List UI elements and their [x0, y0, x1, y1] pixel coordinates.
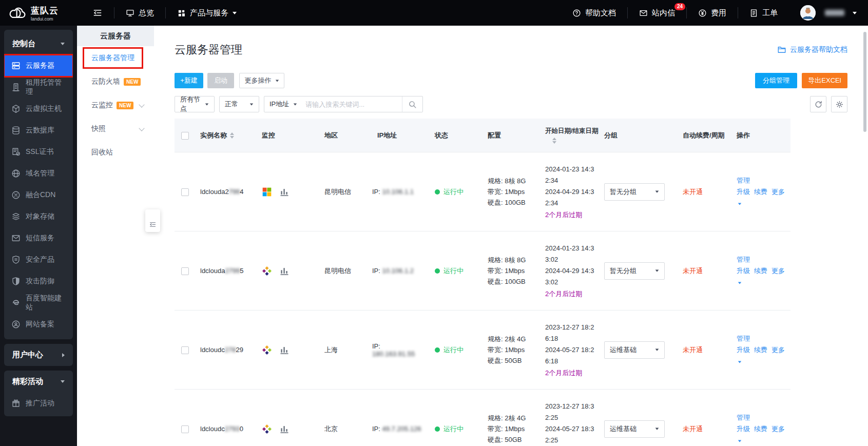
manage-link[interactable]: 管理 — [737, 335, 750, 342]
more-actions-button[interactable]: 更多操作 — [239, 73, 284, 88]
sidebar-item-shield[interactable]: 安全产品 — [4, 249, 73, 270]
manage-link[interactable]: 管理 — [737, 177, 750, 184]
submenu-item-3[interactable]: 快照 — [77, 117, 154, 141]
monitor-chart-icon[interactable] — [279, 187, 290, 197]
group-value: 运维基础 — [610, 345, 636, 355]
start-button[interactable]: 启动 — [207, 73, 234, 88]
sidebar-item-ssl[interactable]: SSL证书 — [4, 141, 73, 163]
auto-renew-status: 未开通 — [683, 425, 703, 433]
monitor-chart-icon[interactable] — [279, 266, 290, 276]
search-combo: IP地址 — [264, 96, 423, 112]
submenu-item-1[interactable]: 云防火墙NEW — [77, 70, 154, 93]
refresh-button[interactable] — [810, 96, 826, 112]
renew-link[interactable]: 续费 — [754, 425, 767, 433]
chevron-right-icon — [62, 353, 65, 357]
sidebar-item-record[interactable]: 网站备案 — [4, 314, 73, 335]
group-select[interactable]: 运维基础 — [604, 420, 665, 438]
ip-address: IP: 10.106.1.2 — [367, 267, 423, 275]
chevron-down-icon — [738, 203, 741, 205]
sidebar-item-shield-half[interactable]: 攻击防御 — [4, 270, 73, 292]
sort-date-icon[interactable] — [552, 138, 556, 144]
tickets[interactable]: 工单 — [738, 0, 789, 26]
user-menu[interactable] — [789, 0, 857, 26]
submenu-item-4[interactable]: 回收站 — [77, 141, 154, 164]
select-all-checkbox[interactable] — [181, 132, 189, 140]
upgrade-link[interactable]: 升级 — [737, 188, 750, 196]
renew-link[interactable]: 续费 — [754, 346, 767, 354]
renew-link[interactable]: 续费 — [754, 267, 767, 275]
row-checkbox[interactable] — [181, 425, 189, 433]
table-row: ldclouda27995昆明电信IP: 10.106.1.2运行中规格: 8核… — [175, 231, 790, 311]
mail-icon — [11, 234, 21, 243]
upgrade-link[interactable]: 升级 — [737, 425, 750, 433]
col-header-region: 地区 — [313, 131, 367, 140]
sidebar-console-header[interactable]: 控制台 — [4, 32, 73, 55]
search-button[interactable] — [402, 96, 422, 112]
centos-os-icon — [262, 345, 272, 355]
row-checkbox[interactable] — [181, 267, 189, 275]
monitor-chart-icon[interactable] — [279, 424, 290, 434]
status-filter-select[interactable]: 正常 — [219, 96, 259, 112]
sidebar-collapse-icon[interactable] — [92, 8, 103, 18]
ip-address: IP: 49.7.205.126 — [367, 425, 423, 433]
chevron-down-icon — [294, 103, 297, 105]
sidebar-item-label: 云数据库 — [26, 126, 54, 135]
search-input[interactable] — [302, 97, 402, 111]
search-type-select[interactable]: IP地址 — [264, 100, 302, 109]
ssl-icon — [11, 147, 21, 157]
server-help-doc-link[interactable]: 云服务器帮助文档 — [777, 45, 847, 54]
folder-icon — [777, 45, 786, 54]
manage-link[interactable]: 管理 — [737, 256, 750, 263]
expire-note: 2个月后过期 — [545, 289, 593, 299]
column-settings-button[interactable] — [831, 96, 847, 112]
brand-logo[interactable]: 蓝队云 landui.com — [8, 5, 81, 22]
export-excel-button[interactable]: 导出EXCEl — [802, 73, 847, 88]
scrollbar-thumb[interactable] — [863, 32, 866, 132]
row-checkbox[interactable] — [181, 188, 189, 196]
billing[interactable]: 费用 — [687, 0, 738, 26]
group-select[interactable]: 暂无分组 — [604, 183, 665, 201]
group-select[interactable]: 运维基础 — [604, 341, 665, 359]
renew-link[interactable]: 续费 — [754, 188, 767, 196]
create-button[interactable]: +新建 — [175, 73, 203, 88]
node-filter-value: 所有节点 — [180, 95, 201, 113]
sidebar-item-database[interactable]: 云数据库 — [4, 120, 73, 141]
sidebar-item-cube[interactable]: 云虚拟主机 — [4, 98, 73, 120]
config: 规格: 2核 4G带宽: 1Mbps硬盘: 50GB — [475, 413, 534, 445]
nav-overview[interactable]: 总览 — [114, 0, 165, 26]
group-select[interactable]: 暂无分组 — [604, 262, 665, 280]
sidebar-item-user-center[interactable]: 用户中心 — [4, 344, 73, 366]
submenu-collapse-tab[interactable] — [145, 209, 160, 232]
monitor-chart-icon[interactable] — [279, 345, 290, 355]
manage-link[interactable]: 管理 — [737, 414, 750, 421]
sort-name-icon[interactable] — [230, 132, 234, 139]
sidebar-item-hosting[interactable]: 租用托管管理 — [4, 76, 73, 98]
group-manage-button[interactable]: 分组管理 — [755, 73, 797, 88]
search-type-value: IP地址 — [269, 100, 289, 109]
sidebar-item-label: 云服务器 — [26, 61, 54, 70]
nav-products[interactable]: 产品与服务 — [166, 0, 248, 26]
messages[interactable]: 站内信 24 — [628, 0, 686, 26]
sidebar-item-globe[interactable]: 域名管理 — [4, 163, 73, 184]
sidebar-item-label: 攻击防御 — [26, 277, 54, 286]
submenu-item-2[interactable]: 云监控NEW — [77, 93, 154, 117]
node-filter-select[interactable]: 所有节点 — [175, 96, 215, 112]
sidebar-item-mail[interactable]: 短信服务 — [4, 227, 73, 249]
sidebar-item-cdn[interactable]: 融合CDN — [4, 184, 73, 206]
upgrade-link[interactable]: 升级 — [737, 346, 750, 354]
sidebar-item-baidu-e[interactable]: 百度智能建站 — [4, 292, 73, 314]
table-row: ldcloudc27829上海IP: 180.163.91.55运行中规格: 2… — [175, 311, 790, 390]
sidebar-item-promotion[interactable]: 推广活动 — [4, 393, 73, 414]
sidebar-activities-header[interactable]: 精彩活动 — [4, 371, 73, 393]
nav-products-label: 产品与服务 — [190, 8, 228, 18]
submenu-item-0[interactable]: 云服务器管理 — [77, 46, 154, 70]
upgrade-link[interactable]: 升级 — [737, 267, 750, 275]
row-checkbox[interactable] — [181, 346, 189, 354]
help-docs-label: 帮助文档 — [585, 8, 616, 18]
region: 上海 — [313, 345, 367, 355]
help-docs[interactable]: 帮助文档 — [561, 0, 627, 26]
sidebar-item-layers[interactable]: 对象存储 — [4, 206, 73, 227]
submenu-item-label: 云服务器管理 — [91, 53, 134, 63]
sidebar-item-server[interactable]: 云服务器 — [4, 55, 73, 76]
status-dot — [435, 189, 440, 195]
